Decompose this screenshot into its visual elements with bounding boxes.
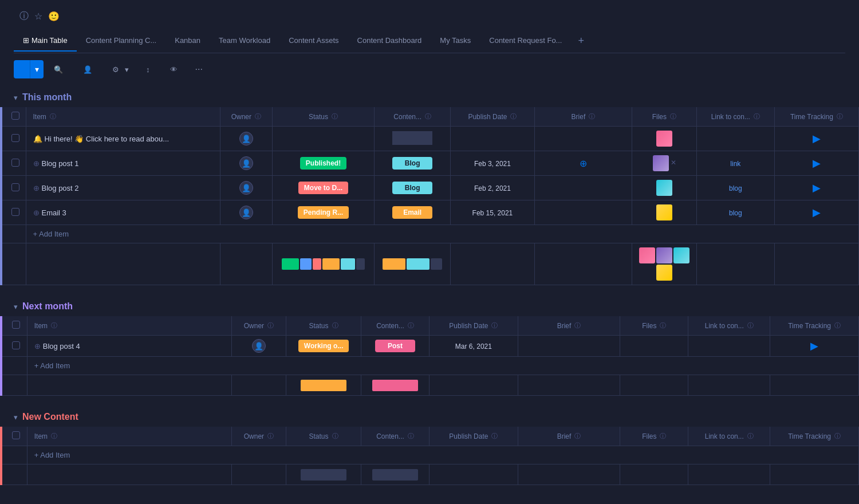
sort-button[interactable]: ↕ [139, 61, 160, 78]
item-cell[interactable]: 🔔Hi there! 👋 Click here to read abou... [26, 127, 220, 151]
star-icon[interactable]: ☆ [34, 11, 42, 22]
col-info-icon-publish_date[interactable]: ⓘ [491, 321, 498, 330]
add-item-row[interactable]: + Add Item [1, 357, 859, 375]
brief-cell[interactable]: ⊕ [535, 151, 632, 176]
col-info-icon-owner[interactable]: ⓘ [255, 112, 261, 121]
content-cell[interactable]: Blog [375, 151, 450, 176]
header-checkbox[interactable] [12, 431, 20, 439]
col-info-icon-content[interactable]: ⓘ [408, 321, 414, 330]
col-info-icon-item[interactable]: ⓘ [50, 112, 56, 121]
tab-content-assets[interactable]: Content Assets [279, 30, 348, 52]
files-cell[interactable] [632, 176, 696, 200]
info-icon[interactable]: ⓘ [19, 10, 29, 22]
link-value[interactable]: blog [729, 209, 742, 217]
link-value[interactable]: link [730, 160, 740, 168]
col-info-icon-link_to_con[interactable]: ⓘ [747, 432, 754, 440]
status-cell[interactable]: Working o... [286, 336, 361, 357]
hide-button[interactable]: 👁 [163, 61, 187, 78]
row-checkbox[interactable] [11, 208, 19, 216]
group-chevron-next-month[interactable]: ▾ [14, 302, 18, 311]
link-cell[interactable] [688, 336, 770, 357]
files-cell[interactable] [632, 200, 696, 225]
col-info-icon-status[interactable]: ⓘ [332, 432, 338, 440]
col-info-icon-time_tracking[interactable]: ⓘ [837, 112, 843, 121]
search-button[interactable]: 🔍 [47, 61, 73, 78]
row-checkbox[interactable] [11, 183, 19, 191]
col-info-icon-files[interactable]: ⓘ [660, 321, 666, 330]
col-info-icon-owner[interactable]: ⓘ [267, 321, 274, 330]
col-info-icon-item[interactable]: ⓘ [51, 432, 57, 440]
add-item-label[interactable]: + Add Item [27, 357, 858, 375]
add-item-row[interactable]: + Add Item [1, 446, 859, 464]
col-info-icon-status[interactable]: ⓘ [332, 112, 338, 121]
tab-content-planning-c[interactable]: Content Planning C... [77, 30, 166, 52]
time-tracking-cell[interactable]: ▶ [774, 127, 858, 151]
add-item-label[interactable]: + Add Item [27, 446, 858, 464]
play-button[interactable]: ▶ [813, 207, 821, 218]
play-button[interactable]: ▶ [813, 158, 821, 169]
item-cell[interactable]: ⊕Email 3 [26, 200, 220, 225]
col-info-icon-status[interactable]: ⓘ [332, 321, 338, 330]
group-chevron-this-month[interactable]: ▾ [14, 93, 18, 102]
col-info-icon-publish_date[interactable]: ⓘ [510, 112, 517, 121]
col-info-icon-item[interactable]: ⓘ [51, 321, 57, 330]
time-tracking-cell[interactable]: ▶ [774, 151, 858, 176]
add-item-label[interactable]: + Add Item [26, 225, 859, 243]
header-checkbox[interactable] [12, 321, 20, 329]
content-cell[interactable]: Post [361, 336, 429, 357]
col-info-icon-brief[interactable]: ⓘ [589, 112, 595, 121]
row-checkbox[interactable] [11, 159, 19, 167]
add-person-icon[interactable]: ⊕ [34, 342, 41, 351]
files-cell[interactable] [632, 127, 696, 151]
add-item-row[interactable]: + Add Item [1, 225, 859, 243]
tab-content-dashboard[interactable]: Content Dashboard [348, 30, 431, 52]
link-cell[interactable]: blog [696, 200, 774, 225]
play-button[interactable]: ▶ [810, 340, 818, 352]
person-button[interactable]: 👤 [76, 61, 102, 78]
time-tracking-cell[interactable]: ▶ [770, 336, 859, 357]
col-info-icon-content[interactable]: ⓘ [425, 112, 431, 121]
add-tab-button[interactable]: + [571, 29, 591, 53]
brief-add-icon[interactable]: ⊕ [580, 159, 587, 168]
brief-cell[interactable] [535, 176, 632, 200]
add-person-icon[interactable]: ⊕ [33, 184, 40, 192]
more-options-button[interactable]: ··· [191, 60, 207, 78]
add-person-icon[interactable]: ⊕ [33, 159, 40, 168]
brief-cell[interactable] [535, 127, 632, 151]
content-cell[interactable]: Blog [375, 176, 450, 200]
link-cell[interactable]: blog [696, 176, 774, 200]
content-cell[interactable]: Email [375, 200, 450, 225]
file-remove-icon[interactable]: ✕ [671, 159, 676, 167]
files-cell[interactable] [620, 336, 688, 357]
new-item-button[interactable]: ▾ [14, 60, 44, 78]
play-button[interactable]: ▶ [813, 133, 821, 144]
item-cell[interactable]: ⊕Blog post 4 [27, 336, 231, 357]
files-cell[interactable]: ✕ [632, 151, 696, 176]
col-info-icon-files[interactable]: ⓘ [660, 432, 666, 440]
new-item-dropdown-arrow[interactable]: ▾ [30, 60, 44, 78]
time-tracking-cell[interactable]: ▶ [774, 176, 858, 200]
col-info-icon-brief[interactable]: ⓘ [574, 321, 581, 330]
link-cell[interactable]: link [696, 151, 774, 176]
status-cell[interactable]: Move to D... [272, 176, 375, 200]
col-info-icon-time_tracking[interactable]: ⓘ [834, 321, 841, 330]
link-cell[interactable] [696, 127, 774, 151]
play-button[interactable]: ▶ [813, 182, 821, 194]
add-person-icon[interactable]: 🔔 [33, 135, 42, 143]
status-cell[interactable]: Pending R... [272, 200, 375, 225]
col-info-icon-owner[interactable]: ⓘ [267, 432, 274, 440]
status-cell[interactable]: Published! [272, 151, 375, 176]
row-checkbox[interactable] [11, 134, 19, 142]
col-info-icon-content[interactable]: ⓘ [408, 432, 414, 440]
content-cell[interactable] [375, 127, 450, 151]
group-chevron-new-content[interactable]: ▾ [14, 413, 18, 422]
col-info-icon-publish_date[interactable]: ⓘ [491, 432, 498, 440]
add-person-icon[interactable]: ⊕ [33, 208, 40, 217]
item-cell[interactable]: ⊕Blog post 1 [26, 151, 220, 176]
link-value[interactable]: blog [729, 184, 742, 192]
status-cell[interactable] [272, 127, 375, 151]
time-tracking-cell[interactable]: ▶ [774, 200, 858, 225]
smiley-icon[interactable]: 🙂 [48, 11, 60, 22]
col-info-icon-brief[interactable]: ⓘ [574, 432, 581, 440]
brief-cell[interactable] [535, 200, 632, 225]
